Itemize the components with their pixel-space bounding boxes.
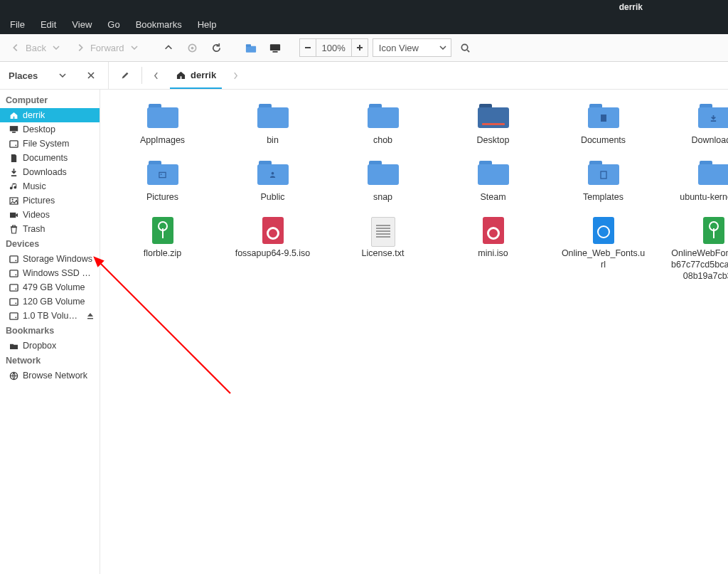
file-tile[interactable]: mini.iso xyxy=(445,217,541,282)
content-area[interactable]: AppImagesbinchobDesktopDocumentsDownload… xyxy=(100,90,728,574)
sidebar-item[interactable]: Windows SSD sto… xyxy=(0,266,100,280)
svg-point-31 xyxy=(272,172,274,175)
up-button[interactable] xyxy=(159,39,178,56)
places-dropdown-button[interactable] xyxy=(59,73,66,78)
file-tile[interactable]: Steam xyxy=(445,161,541,203)
zoom-control: 100% xyxy=(299,38,368,57)
file-tile[interactable]: AppImages xyxy=(114,104,210,147)
back-label: Back xyxy=(26,43,46,53)
sidebar-item[interactable]: Dropbox xyxy=(0,339,100,353)
file-tile[interactable]: Templates xyxy=(555,161,651,203)
file-tile[interactable]: Downloads xyxy=(665,104,728,147)
main-area: ComputerderrikDesktopFile SystemDocument… xyxy=(0,90,728,574)
back-button[interactable]: Back xyxy=(6,39,66,56)
menu-file[interactable]: File xyxy=(3,16,32,33)
file-tile[interactable]: License.txt xyxy=(335,217,431,282)
file-tile[interactable]: snap xyxy=(335,161,431,203)
arrow-left-icon xyxy=(10,42,21,53)
menu-bookmarks[interactable]: Bookmarks xyxy=(129,16,189,33)
file-tile[interactable]: Public xyxy=(225,161,321,203)
zoom-out-button[interactable] xyxy=(300,39,316,56)
file-tile[interactable]: chob xyxy=(335,104,431,147)
svg-rect-10 xyxy=(9,126,17,131)
reload-button[interactable] xyxy=(207,39,227,56)
svg-rect-28 xyxy=(601,115,606,122)
file-tile[interactable]: fossapup64-9.5.iso xyxy=(225,217,321,282)
computer-button[interactable] xyxy=(265,39,285,56)
file-label: Steam xyxy=(480,192,505,203)
sidebar-item-label: Desktop xyxy=(23,124,55,134)
disk-icon xyxy=(9,282,18,292)
sidebar-item[interactable]: 120 GB Volume xyxy=(0,294,100,309)
disk-icon xyxy=(9,297,18,307)
sidebar-item[interactable]: Storage Windows xyxy=(0,252,100,266)
downloads-icon xyxy=(9,167,18,177)
svg-rect-23 xyxy=(9,298,17,304)
network-icon xyxy=(9,371,18,381)
menu-go[interactable]: Go xyxy=(100,16,127,33)
folder-icon xyxy=(478,104,509,129)
forward-button[interactable]: Forward xyxy=(70,39,144,56)
file-tile[interactable]: florble.zip xyxy=(114,217,210,282)
sidebar-item[interactable]: Desktop xyxy=(0,122,100,137)
sidebar-item[interactable]: Browse Network xyxy=(0,368,100,383)
breadcrumb-next-button[interactable] xyxy=(229,65,242,85)
file-label: Public xyxy=(260,192,284,203)
sidebar-item[interactable]: File System xyxy=(0,137,100,151)
file-tile[interactable]: Pictures xyxy=(114,161,210,203)
file-label: Downloads xyxy=(692,135,728,147)
icon-grid: AppImagesbinchobDesktopDocumentsDownload… xyxy=(114,104,714,282)
arrow-up-icon xyxy=(163,42,174,53)
home-button[interactable] xyxy=(241,39,261,56)
sidebar: ComputerderrikDesktopFile SystemDocument… xyxy=(0,90,100,574)
file-label: Online_Web_Fonts.url xyxy=(561,248,646,270)
menu-view[interactable]: View xyxy=(65,16,99,33)
svg-point-24 xyxy=(15,302,16,304)
svg-rect-25 xyxy=(9,312,17,319)
sidebar-item[interactable]: 479 GB Volume xyxy=(0,280,100,294)
sidebar-item[interactable]: Videos xyxy=(0,208,100,222)
svg-rect-16 xyxy=(10,212,16,217)
svg-rect-6 xyxy=(305,47,311,48)
file-tile[interactable]: OnlineWebFonts_COb67c77cd5bca8cd8.108b19… xyxy=(665,217,728,282)
svg-rect-4 xyxy=(269,44,279,51)
sidebar-item[interactable]: Trash xyxy=(0,222,100,236)
breadcrumb-current[interactable]: derrik xyxy=(170,62,222,89)
folder-icon xyxy=(147,161,178,186)
stop-button[interactable] xyxy=(183,39,203,56)
sidebar-item-label: 1.0 TB Volu… xyxy=(23,311,77,321)
file-label: mini.iso xyxy=(478,248,508,260)
sidebar-item[interactable]: Documents xyxy=(0,151,100,165)
places-close-button[interactable] xyxy=(87,72,95,79)
search-button[interactable] xyxy=(456,39,476,56)
file-tile[interactable]: Online_Web_Fonts.url xyxy=(555,217,651,282)
edit-path-button[interactable] xyxy=(116,65,134,85)
viewmode-dropdown[interactable]: Icon View xyxy=(373,38,451,57)
zoom-in-button[interactable] xyxy=(351,39,368,56)
menu-help[interactable]: Help xyxy=(191,16,224,33)
file-label: chob xyxy=(373,135,392,147)
folder-icon xyxy=(257,104,289,129)
svg-rect-29 xyxy=(159,172,166,177)
file-label: Documents xyxy=(581,135,626,147)
eject-icon[interactable] xyxy=(87,312,94,319)
reload-icon xyxy=(211,42,223,53)
menu-edit[interactable]: Edit xyxy=(33,16,63,33)
disk-icon xyxy=(9,311,18,321)
stop-icon xyxy=(187,42,198,53)
file-tile[interactable]: Desktop xyxy=(445,104,541,147)
file-tile[interactable]: bin xyxy=(225,104,321,147)
svg-rect-21 xyxy=(9,284,17,290)
disk-icon xyxy=(9,139,18,149)
sidebar-item[interactable]: Music xyxy=(0,179,100,193)
disc-image-icon xyxy=(478,217,509,243)
folder-icon xyxy=(368,161,399,186)
breadcrumb-prev-button[interactable] xyxy=(149,65,163,85)
file-tile[interactable]: ubuntu-kernel-de xyxy=(665,161,728,203)
sidebar-item[interactable]: 1.0 TB Volu… xyxy=(0,309,100,323)
sidebar-item[interactable]: Pictures xyxy=(0,193,100,208)
sidebar-item[interactable]: derrik xyxy=(0,108,100,122)
sidebar-item[interactable]: Downloads xyxy=(0,165,100,179)
file-tile[interactable]: Documents xyxy=(555,104,651,147)
places-title: Places xyxy=(9,70,38,81)
